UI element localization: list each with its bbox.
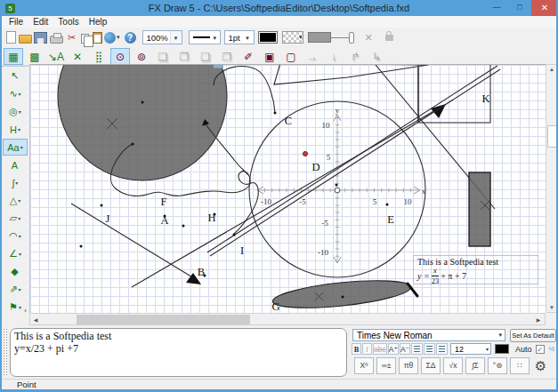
auto-checkbox[interactable]: ✓ xyxy=(536,345,545,354)
root-button[interactable]: √x xyxy=(443,357,463,374)
show-grid-button[interactable]: ▦ xyxy=(4,48,23,65)
undo-button[interactable]: ↳ xyxy=(367,48,386,65)
horizontal-scrollbar[interactable]: ◀ ▶ xyxy=(29,313,546,325)
arc-tool[interactable]: ◠▾ xyxy=(3,228,28,244)
status-text: Point xyxy=(17,380,36,389)
fraction-button[interactable]: ½ xyxy=(549,345,555,353)
polygon-tool[interactable]: △▾ xyxy=(3,192,28,209)
vector-tool[interactable]: ⇗▾ xyxy=(3,281,28,298)
italic-button[interactable]: I xyxy=(362,343,372,355)
snap-grid-button[interactable]: ▩ xyxy=(25,48,44,65)
auto-label: Auto xyxy=(515,345,532,354)
open-file-icon[interactable] xyxy=(19,35,32,44)
select-tool[interactable]: ↖ xyxy=(3,68,28,84)
no-fill-icon[interactable]: ✕ xyxy=(365,32,373,44)
move-backward-button[interactable]: ❒ xyxy=(217,48,237,65)
closed-curve-tool[interactable]: ▱▾ xyxy=(3,210,28,227)
ungroup-button[interactable]: ▢ xyxy=(281,48,301,65)
close-button[interactable]: ✕ xyxy=(531,0,558,16)
fill-tool[interactable]: ◆ xyxy=(3,263,28,280)
align-left-button[interactable] xyxy=(411,343,423,355)
vertical-scrollbar[interactable]: ▲ ▼ xyxy=(546,64,558,313)
menu-item[interactable]: Tools xyxy=(58,17,78,27)
drawing-canvas[interactable]: CDEIJAHFBGKxy105-5-10-10-5510 This is a … xyxy=(29,64,546,313)
opacity-preview xyxy=(308,32,331,43)
degree-button[interactable]: °⊚ xyxy=(488,357,507,374)
arrow2-button[interactable]: ↓ xyxy=(324,48,344,65)
maximize-button[interactable]: □ xyxy=(508,0,531,16)
format-brush-button[interactable]: ✐ xyxy=(239,48,258,65)
sidebar-scroll-button[interactable]: ‹ xyxy=(24,307,27,315)
align-right-button[interactable] xyxy=(436,343,448,355)
set-as-default-button[interactable]: Set As Default xyxy=(510,329,556,342)
point-tool[interactable]: ∿▾ xyxy=(3,85,28,102)
bring-front-button[interactable]: ❏ xyxy=(153,48,173,65)
matrix-button[interactable]: ∷ xyxy=(510,357,530,374)
show-points-button[interactable]: ⊙ xyxy=(110,48,130,65)
menu-bar: FileEditToolsHelp xyxy=(2,16,556,28)
superscript-button[interactable]: Xº xyxy=(354,357,374,374)
line-color-swatch[interactable] xyxy=(258,31,278,44)
drawing-tools-sidebar: ↖ ∿▾ ◎▾ H▾ Aa▾ A ʃ▾ △▾ ▱▾ ◠▾ ∠▾ ◆ xyxy=(2,66,28,325)
greek-upper-button[interactable]: ΣΔ xyxy=(421,357,441,374)
save-icon[interactable] xyxy=(34,32,47,44)
bold-button[interactable]: B xyxy=(352,343,361,355)
integral-button[interactable]: ∫Σ xyxy=(465,357,485,374)
zoom-combo[interactable]: 100%▾ xyxy=(142,30,182,44)
text-equation-tool[interactable]: Aa▾ xyxy=(3,139,28,156)
decrease-font-button[interactable]: A⁻ xyxy=(400,343,410,355)
infinity-button[interactable]: ∞± xyxy=(376,357,396,374)
dot-grid-button[interactable]: ⣿ xyxy=(89,48,109,65)
line-width-combo[interactable]: 1pt▾ xyxy=(224,30,255,44)
font-family-combo[interactable]: Times New Roman▾ xyxy=(352,329,505,341)
new-document-icon[interactable] xyxy=(6,31,16,44)
redo-button[interactable]: ↱ xyxy=(345,48,365,65)
canvas-text-object[interactable]: This is a Softpedia test y = x23 + π + 7 xyxy=(413,255,538,284)
paste-icon[interactable] xyxy=(93,32,102,44)
export-icon[interactable]: ✂ xyxy=(65,31,78,44)
hide-points-button[interactable]: ⊚ xyxy=(132,48,151,65)
segment-tool[interactable]: H▾ xyxy=(3,121,28,138)
opacity-slider[interactable] xyxy=(308,32,354,44)
angle-tool[interactable]: ∠▾ xyxy=(3,245,28,262)
delete-button[interactable]: ✕ xyxy=(68,48,87,65)
curve-tool[interactable]: ʃ▾ xyxy=(3,174,28,191)
copy-icon[interactable] xyxy=(81,34,89,44)
status-bar: Point xyxy=(2,379,556,389)
group-button[interactable]: ▣ xyxy=(260,48,279,65)
align-center-button[interactable] xyxy=(424,343,435,355)
equation-text-area[interactable]: This is a Softpedia test y=x/23 + pi +7 xyxy=(10,328,347,377)
move-forward-button[interactable]: ❑ xyxy=(196,48,215,65)
settings-gear-icon[interactable]: ⚙ xyxy=(532,357,549,374)
minimize-button[interactable]: — xyxy=(485,0,508,16)
panel-grip[interactable] xyxy=(3,328,8,376)
main-toolbar: ✂ ▾ ? 100%▾ ▾ 1pt▾ ▾ ✕ xyxy=(2,28,556,47)
greek-lower-button[interactable]: πθ xyxy=(399,357,418,374)
circle-tool[interactable]: ◎▾ xyxy=(3,103,28,120)
web-dropdown-arrow[interactable]: ▾ xyxy=(117,34,120,41)
menu-item[interactable]: Help xyxy=(89,17,108,27)
fill-color-swatch[interactable]: ▾ xyxy=(282,31,303,44)
equation-panel: This is a Softpedia test y=x/23 + pi +7 … xyxy=(2,326,556,379)
vertical-scroll-thumb xyxy=(547,125,557,148)
menu-item[interactable]: Edit xyxy=(33,17,48,27)
increase-font-button[interactable]: A⁺ xyxy=(388,343,399,355)
line-style-combo[interactable]: ▾ xyxy=(189,30,221,44)
horizontal-scroll-thumb xyxy=(77,315,250,324)
slider-handle xyxy=(349,32,354,44)
lock-icon[interactable] xyxy=(385,35,393,41)
auto-label-button[interactable]: ↘A xyxy=(46,48,66,65)
tools-toolbar: ▦▩↘A✕⣿⊙⊚❏❐❑❒✐▣▢→↓↱↳ xyxy=(2,47,556,66)
menu-item[interactable]: File xyxy=(9,17,23,27)
arrow1-button[interactable]: → xyxy=(303,48,322,65)
font-size-combo[interactable]: 12▾ xyxy=(450,343,491,355)
line-style-icon xyxy=(193,36,210,39)
strikethrough-button[interactable]: abc xyxy=(373,343,387,355)
help-icon[interactable]: ? xyxy=(125,32,136,44)
web-icon[interactable] xyxy=(104,32,116,44)
text-tool[interactable]: A xyxy=(3,156,28,173)
scroll-right-icon: ▶ xyxy=(533,316,544,323)
text-color-swatch[interactable] xyxy=(495,344,509,354)
print-icon[interactable] xyxy=(50,36,63,44)
send-back-button[interactable]: ❐ xyxy=(174,48,194,65)
